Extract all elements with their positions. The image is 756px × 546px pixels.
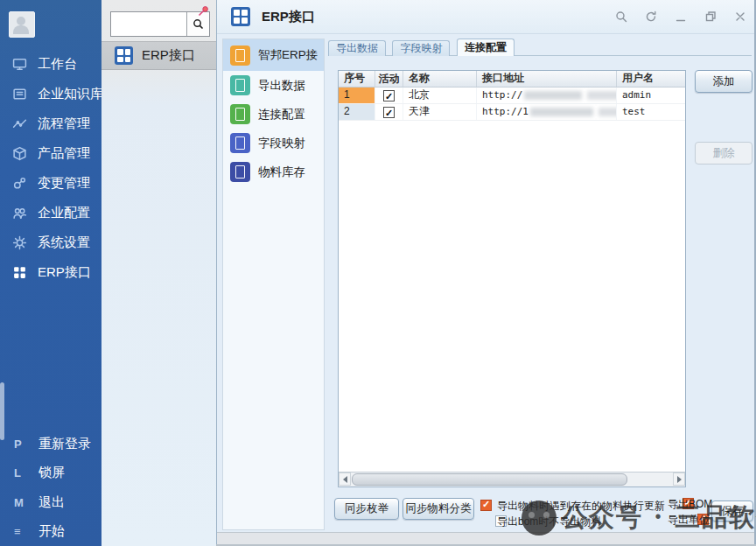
lock-icon: L — [14, 466, 26, 480]
active-cell — [375, 104, 403, 120]
option-label: 导出bom时不导出物料 — [497, 514, 601, 529]
window-search-icon[interactable] — [615, 10, 627, 23]
subnav-item-label: 导出数据 — [258, 78, 305, 94]
grid-icon — [11, 264, 27, 280]
user-cell: test — [617, 104, 685, 120]
name-cell: 天津 — [403, 104, 477, 120]
change-nodes-icon — [11, 175, 27, 191]
table-body-empty — [339, 121, 685, 472]
sidebar-item-label: 系统设置 — [38, 234, 90, 251]
tab-export-data[interactable]: 导出数据 — [328, 40, 386, 56]
launcher-item-erp-interface[interactable]: ERP接口 — [102, 41, 216, 70]
window-controls — [615, 0, 746, 33]
col-user[interactable]: 用户名 — [617, 71, 685, 87]
subnav-item-label: 连接配置 — [258, 107, 305, 122]
delete-button[interactable]: 删除 — [695, 142, 752, 164]
sidebar-item-enterprise-config[interactable]: 企业配置 — [0, 198, 102, 228]
sidebar-item-relogin[interactable]: P 重新登录 — [0, 430, 102, 457]
horizontal-scrollbar[interactable] — [339, 472, 685, 486]
save-button[interactable]: 保存 — [711, 500, 753, 522]
sidebar-item-erp-interface[interactable]: ERP接口 — [0, 257, 102, 287]
refresh-icon[interactable] — [645, 10, 657, 23]
col-seq[interactable]: 序号 — [339, 71, 375, 87]
tab-field-mapping[interactable]: 字段映射 — [392, 40, 450, 56]
tab-bar: 导出数据 字段映射 连接配置 — [328, 38, 752, 56]
window-title: ERP接口 — [262, 9, 315, 25]
sidebar-item-exit[interactable]: M 退出 — [0, 489, 102, 515]
table-row[interactable]: 1 北京 http:// admin — [339, 88, 685, 104]
user-avatar[interactable] — [9, 11, 35, 38]
row-active-checkbox[interactable] — [383, 107, 395, 118]
subnav-item-label: 字段映射 — [258, 136, 305, 151]
sidebar-item-start[interactable]: ≡ 开始 — [0, 518, 102, 544]
subnav-item-export-data[interactable]: 导出数据 — [223, 71, 324, 100]
pin-icon[interactable] — [198, 4, 210, 17]
sync-enum-button[interactable]: 同步枚举 — [334, 498, 399, 520]
flow-chart-icon — [11, 116, 27, 131]
table-header: 序号 活动 名称 接口地址 用户名 — [339, 71, 685, 88]
sidebar-item-workbench[interactable]: 工作台 — [0, 49, 102, 79]
sidebar-item-process-mgmt[interactable]: 流程管理 — [0, 108, 102, 138]
redacted-url — [530, 108, 593, 116]
sidebar-item-knowledge-base[interactable]: 企业知识库 — [0, 79, 102, 108]
restore-icon[interactable] — [704, 10, 717, 23]
subnav-item-field-mapping[interactable]: 字段映射 — [223, 129, 324, 158]
sidebar-item-product-mgmt[interactable]: 产品管理 — [0, 138, 102, 168]
sidebar-item-label: 企业知识库 — [38, 86, 103, 102]
close-icon[interactable] — [734, 10, 746, 23]
scrollbar-thumb[interactable] — [352, 473, 627, 486]
sidebar-item-label: 流程管理 — [38, 116, 90, 132]
sidebar-item-lock-screen[interactable]: L 锁屏 — [0, 459, 102, 486]
erp-interface-window: ERP接口 智邦ERP接 导出数据 连接配置 — [216, 0, 756, 546]
col-url[interactable]: 接口地址 — [477, 71, 617, 87]
window-titlebar: ERP接口 — [217, 0, 756, 34]
seq-cell: 1 — [339, 88, 375, 103]
app-window: 工作台 企业知识库 流程管理 产品管理 变更管理 企业配置 系统设置 ERP接 — [0, 0, 756, 546]
module-subnav: 智邦ERP接 导出数据 连接配置 字段映射 物料库存 — [222, 38, 325, 530]
active-cell — [375, 88, 403, 103]
connection-config-icon — [230, 104, 250, 124]
subnav-item-label: 物料库存 — [258, 164, 305, 180]
subnav-item-material-stock[interactable]: 物料库存 — [223, 158, 324, 186]
bottom-item-label: 重新登录 — [38, 436, 91, 452]
sidebar-item-change-mgmt[interactable]: 变更管理 — [0, 168, 102, 198]
add-button[interactable]: 添加 — [695, 70, 752, 93]
scroll-left-arrow[interactable] — [339, 472, 351, 486]
search-box — [110, 11, 210, 37]
col-active[interactable]: 活动 — [375, 71, 403, 87]
tab-connection-config[interactable]: 连接配置 — [457, 38, 514, 56]
subnav-item-connection-config[interactable]: 连接配置 — [223, 100, 324, 129]
table-row[interactable]: 2 天津 http://1 test — [339, 104, 685, 121]
sidebar-item-label: 企业配置 — [38, 205, 90, 221]
product-cube-icon — [11, 145, 27, 161]
option-label: 导出单位 — [668, 513, 710, 528]
sidebar-item-label: ERP接口 — [38, 264, 91, 281]
monitor-icon — [11, 56, 27, 72]
col-name[interactable]: 名称 — [403, 71, 477, 87]
launcher-panel: ERP接口 — [102, 0, 217, 546]
zhibang-erp-icon — [230, 46, 250, 66]
window-grid-icon — [231, 7, 250, 26]
user-cell: admin — [617, 88, 685, 103]
relogin-icon: P — [14, 438, 26, 451]
minimize-icon[interactable] — [675, 10, 687, 23]
row-active-checkbox[interactable] — [383, 90, 395, 102]
update-existing-material-checkbox[interactable] — [480, 500, 492, 511]
sync-material-category-button[interactable]: 同步物料分类 — [402, 498, 474, 520]
sidebar-item-label: 产品管理 — [38, 145, 90, 162]
sidebar-item-system-settings[interactable]: 系统设置 — [0, 228, 102, 257]
connection-table: 序号 活动 名称 接口地址 用户名 1 北京 http:// admin 2 天… — [338, 70, 686, 487]
url-cell: http://1 — [477, 104, 617, 120]
seq-cell: 2 — [339, 104, 375, 120]
bottom-item-label: 锁屏 — [38, 465, 65, 481]
material-stock-icon — [230, 162, 250, 182]
knowledge-base-icon — [11, 86, 27, 102]
option-label: 导出BOM — [668, 497, 712, 512]
search-input[interactable] — [111, 12, 186, 36]
people-icon — [11, 205, 27, 220]
grid-icon — [115, 46, 133, 65]
option-label: 导出物料时遇到存在的物料执行更新 — [497, 499, 665, 514]
subnav-item-label: 智邦ERP接 — [258, 47, 318, 63]
scroll-right-arrow[interactable] — [673, 472, 685, 486]
subnav-item-zhibang-erp[interactable]: 智邦ERP接 — [223, 39, 324, 71]
